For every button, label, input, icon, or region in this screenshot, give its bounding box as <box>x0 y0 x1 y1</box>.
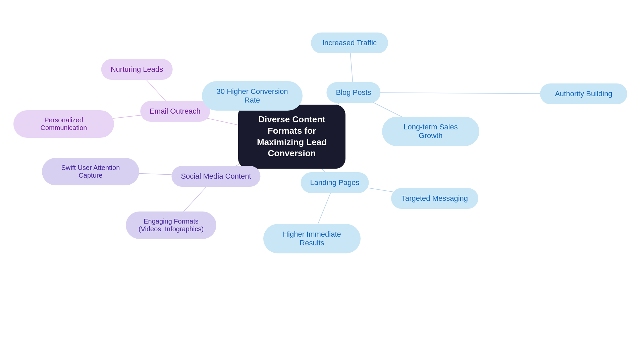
node-personalized_communication: Personalized Communication <box>13 110 114 138</box>
node-landing_pages: Landing Pages <box>301 172 369 193</box>
node-engaging_formats: Engaging Formats (Videos, Infographics) <box>126 211 216 239</box>
node-authority_building: Authority Building <box>540 83 627 104</box>
mind-map: Diverse Content Formats for Maximizing L… <box>0 0 644 363</box>
node-blog_posts: Blog Posts <box>326 82 380 103</box>
node-center: Diverse Content Formats for Maximizing L… <box>238 105 345 169</box>
node-higher_immediate: Higher Immediate Results <box>263 224 361 253</box>
node-conversion_rate: 30 Higher Conversion Rate <box>202 81 303 111</box>
node-targeted_messaging: Targeted Messaging <box>391 188 478 209</box>
node-swift_user_attention: Swift User Attention Capture <box>42 158 139 185</box>
node-long_term_sales: Long-term Sales Growth <box>382 117 479 146</box>
node-nurturing_leads: Nurturing Leads <box>101 59 173 80</box>
node-increased_traffic: Increased Traffic <box>311 33 388 53</box>
node-email_outreach: Email Outreach <box>140 101 210 122</box>
node-social_media_content: Social Media Content <box>171 166 260 187</box>
